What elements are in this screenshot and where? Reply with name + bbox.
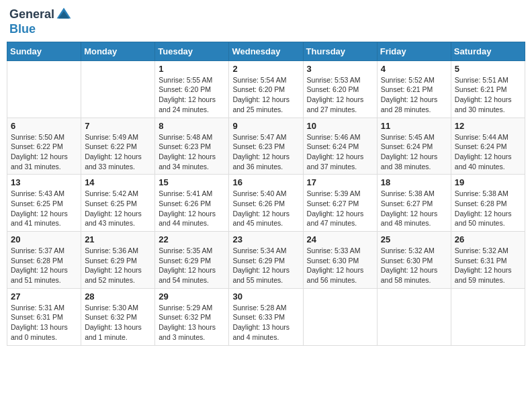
week-row-5: 27Sunrise: 5:31 AM Sunset: 6:31 PM Dayli… xyxy=(7,288,525,345)
day-number: 18 xyxy=(381,177,447,187)
calendar-cell: 14Sunrise: 5:42 AM Sunset: 6:25 PM Dayli… xyxy=(81,175,155,232)
col-header-tuesday: Tuesday xyxy=(155,42,229,60)
calendar-cell: 17Sunrise: 5:39 AM Sunset: 6:27 PM Dayli… xyxy=(303,175,377,232)
day-info: Sunrise: 5:46 AM Sunset: 6:24 PM Dayligh… xyxy=(307,132,373,172)
calendar-cell: 5Sunrise: 5:51 AM Sunset: 6:21 PM Daylig… xyxy=(451,60,525,118)
calendar-cell xyxy=(303,288,377,345)
day-number: 29 xyxy=(159,291,225,302)
day-info: Sunrise: 5:30 AM Sunset: 6:32 PM Dayligh… xyxy=(85,303,151,342)
calendar-cell: 26Sunrise: 5:32 AM Sunset: 6:31 PM Dayli… xyxy=(451,232,525,289)
calendar-cell: 2Sunrise: 5:54 AM Sunset: 6:20 PM Daylig… xyxy=(229,60,303,118)
day-info: Sunrise: 5:41 AM Sunset: 6:26 PM Dayligh… xyxy=(159,189,225,228)
day-number: 21 xyxy=(85,234,151,244)
day-info: Sunrise: 5:37 AM Sunset: 6:28 PM Dayligh… xyxy=(11,246,77,285)
day-info: Sunrise: 5:32 AM Sunset: 6:31 PM Dayligh… xyxy=(455,246,521,285)
day-number: 27 xyxy=(11,291,77,302)
day-number: 15 xyxy=(159,177,225,187)
day-number: 28 xyxy=(85,291,151,302)
calendar-cell: 18Sunrise: 5:38 AM Sunset: 6:27 PM Dayli… xyxy=(377,175,451,232)
day-info: Sunrise: 5:29 AM Sunset: 6:32 PM Dayligh… xyxy=(159,303,225,342)
calendar-cell: 3Sunrise: 5:53 AM Sunset: 6:20 PM Daylig… xyxy=(303,60,377,118)
day-number: 3 xyxy=(307,64,373,74)
col-header-friday: Friday xyxy=(377,42,451,60)
day-number: 1 xyxy=(159,64,225,74)
calendar-cell: 27Sunrise: 5:31 AM Sunset: 6:31 PM Dayli… xyxy=(7,288,81,345)
day-number: 12 xyxy=(455,121,521,131)
calendar-table: SundayMondayTuesdayWednesdayThursdayFrid… xyxy=(7,42,525,346)
day-info: Sunrise: 5:38 AM Sunset: 6:27 PM Dayligh… xyxy=(381,189,447,228)
calendar-cell: 7Sunrise: 5:49 AM Sunset: 6:22 PM Daylig… xyxy=(81,118,155,175)
col-header-wednesday: Wednesday xyxy=(229,42,303,60)
day-number: 11 xyxy=(381,121,447,131)
day-info: Sunrise: 5:28 AM Sunset: 6:33 PM Dayligh… xyxy=(232,303,299,342)
calendar-cell: 11Sunrise: 5:45 AM Sunset: 6:24 PM Dayli… xyxy=(377,118,451,175)
day-number: 16 xyxy=(232,177,299,187)
day-info: Sunrise: 5:43 AM Sunset: 6:25 PM Dayligh… xyxy=(11,189,77,228)
day-number: 30 xyxy=(232,291,299,302)
calendar-cell: 28Sunrise: 5:30 AM Sunset: 6:32 PM Dayli… xyxy=(81,288,155,345)
calendar-cell: 24Sunrise: 5:33 AM Sunset: 6:30 PM Dayli… xyxy=(303,232,377,289)
day-number: 26 xyxy=(455,234,521,244)
day-number: 13 xyxy=(11,177,77,187)
calendar-cell: 6Sunrise: 5:50 AM Sunset: 6:22 PM Daylig… xyxy=(7,118,81,175)
week-row-4: 20Sunrise: 5:37 AM Sunset: 6:28 PM Dayli… xyxy=(7,232,525,289)
day-info: Sunrise: 5:53 AM Sunset: 6:20 PM Dayligh… xyxy=(307,75,373,115)
logo-icon xyxy=(56,7,72,23)
calendar-cell: 25Sunrise: 5:32 AM Sunset: 6:30 PM Dayli… xyxy=(377,232,451,289)
week-row-3: 13Sunrise: 5:43 AM Sunset: 6:25 PM Dayli… xyxy=(7,175,525,232)
day-info: Sunrise: 5:40 AM Sunset: 6:26 PM Dayligh… xyxy=(232,189,299,228)
day-number: 4 xyxy=(381,64,447,74)
calendar-cell: 12Sunrise: 5:44 AM Sunset: 6:24 PM Dayli… xyxy=(451,118,525,175)
calendar-cell: 15Sunrise: 5:41 AM Sunset: 6:26 PM Dayli… xyxy=(155,175,229,232)
day-number: 25 xyxy=(381,234,447,244)
page-header: General Blue xyxy=(7,7,525,36)
day-number: 14 xyxy=(85,177,151,187)
calendar-cell: 20Sunrise: 5:37 AM Sunset: 6:28 PM Dayli… xyxy=(7,232,81,289)
calendar-cell: 16Sunrise: 5:40 AM Sunset: 6:26 PM Dayli… xyxy=(229,175,303,232)
logo-text: General xyxy=(9,8,54,21)
day-number: 5 xyxy=(455,64,521,74)
day-number: 2 xyxy=(232,64,299,74)
day-info: Sunrise: 5:47 AM Sunset: 6:23 PM Dayligh… xyxy=(232,132,299,172)
day-number: 8 xyxy=(159,121,225,131)
calendar-cell: 29Sunrise: 5:29 AM Sunset: 6:32 PM Dayli… xyxy=(155,288,229,345)
logo: General Blue xyxy=(9,7,72,36)
day-info: Sunrise: 5:38 AM Sunset: 6:28 PM Dayligh… xyxy=(455,189,521,228)
calendar-cell: 23Sunrise: 5:34 AM Sunset: 6:29 PM Dayli… xyxy=(229,232,303,289)
day-info: Sunrise: 5:35 AM Sunset: 6:29 PM Dayligh… xyxy=(159,246,225,285)
day-number: 6 xyxy=(11,121,77,131)
col-header-thursday: Thursday xyxy=(303,42,377,60)
day-info: Sunrise: 5:32 AM Sunset: 6:30 PM Dayligh… xyxy=(381,246,447,285)
day-info: Sunrise: 5:48 AM Sunset: 6:23 PM Dayligh… xyxy=(159,132,225,172)
logo-blue-text: Blue xyxy=(9,22,36,36)
day-info: Sunrise: 5:50 AM Sunset: 6:22 PM Dayligh… xyxy=(11,132,77,172)
day-info: Sunrise: 5:54 AM Sunset: 6:20 PM Dayligh… xyxy=(232,75,299,115)
col-header-monday: Monday xyxy=(81,42,155,60)
calendar-cell: 9Sunrise: 5:47 AM Sunset: 6:23 PM Daylig… xyxy=(229,118,303,175)
day-number: 7 xyxy=(85,121,151,131)
calendar-cell: 19Sunrise: 5:38 AM Sunset: 6:28 PM Dayli… xyxy=(451,175,525,232)
calendar-cell: 13Sunrise: 5:43 AM Sunset: 6:25 PM Dayli… xyxy=(7,175,81,232)
day-number: 24 xyxy=(307,234,373,244)
calendar-cell xyxy=(377,288,451,345)
calendar-cell: 22Sunrise: 5:35 AM Sunset: 6:29 PM Dayli… xyxy=(155,232,229,289)
calendar-cell: 21Sunrise: 5:36 AM Sunset: 6:29 PM Dayli… xyxy=(81,232,155,289)
calendar-cell xyxy=(81,60,155,118)
day-info: Sunrise: 5:42 AM Sunset: 6:25 PM Dayligh… xyxy=(85,189,151,228)
day-info: Sunrise: 5:31 AM Sunset: 6:31 PM Dayligh… xyxy=(11,303,77,342)
calendar-cell: 10Sunrise: 5:46 AM Sunset: 6:24 PM Dayli… xyxy=(303,118,377,175)
day-info: Sunrise: 5:36 AM Sunset: 6:29 PM Dayligh… xyxy=(85,246,151,285)
day-number: 10 xyxy=(307,121,373,131)
day-number: 20 xyxy=(11,234,77,244)
calendar-cell xyxy=(7,60,81,118)
calendar-cell: 1Sunrise: 5:55 AM Sunset: 6:20 PM Daylig… xyxy=(155,60,229,118)
day-info: Sunrise: 5:45 AM Sunset: 6:24 PM Dayligh… xyxy=(381,132,447,172)
day-info: Sunrise: 5:51 AM Sunset: 6:21 PM Dayligh… xyxy=(455,75,521,115)
day-info: Sunrise: 5:33 AM Sunset: 6:30 PM Dayligh… xyxy=(307,246,373,285)
day-info: Sunrise: 5:49 AM Sunset: 6:22 PM Dayligh… xyxy=(85,132,151,172)
day-info: Sunrise: 5:44 AM Sunset: 6:24 PM Dayligh… xyxy=(455,132,521,172)
calendar-header-row: SundayMondayTuesdayWednesdayThursdayFrid… xyxy=(7,42,525,60)
day-info: Sunrise: 5:55 AM Sunset: 6:20 PM Dayligh… xyxy=(159,75,225,115)
week-row-1: 1Sunrise: 5:55 AM Sunset: 6:20 PM Daylig… xyxy=(7,60,525,118)
week-row-2: 6Sunrise: 5:50 AM Sunset: 6:22 PM Daylig… xyxy=(7,118,525,175)
